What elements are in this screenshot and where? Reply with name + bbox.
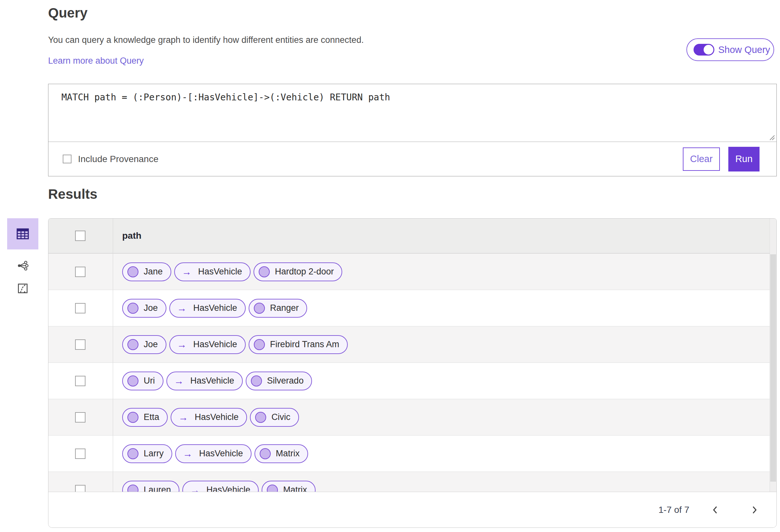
- node-icon: [128, 266, 139, 277]
- entity-pill-target[interactable]: Civic: [250, 408, 299, 427]
- entity-pill-source[interactable]: Uri: [122, 372, 163, 390]
- chevron-right-icon: [749, 505, 759, 515]
- row-checkbox[interactable]: [75, 448, 86, 459]
- relationship-pill[interactable]: → HasVehicle: [170, 408, 247, 427]
- path-cell: Etta → HasVehicle Civic: [113, 399, 776, 435]
- learn-more-link[interactable]: Learn more about Query: [48, 56, 144, 66]
- entity-pill-source[interactable]: Larry: [122, 444, 172, 463]
- table-scrollbar[interactable]: [770, 219, 776, 492]
- entity-pill-target[interactable]: Ranger: [249, 299, 307, 318]
- entity-pill-source[interactable]: Lauren: [122, 481, 180, 492]
- node-icon: [128, 412, 139, 423]
- relationship-label: HasVehicle: [195, 412, 239, 422]
- table-row[interactable]: Larry → HasVehicle Matrix: [48, 435, 776, 472]
- prev-page-button[interactable]: [702, 500, 728, 520]
- path-cell: Jane → HasVehicle Hardtop 2-door: [113, 254, 776, 290]
- path-cell: Joe → HasVehicle Firebird Trans Am: [113, 326, 776, 363]
- query-editor-input[interactable]: MATCH path = (:Person)-[:HasVehicle]->(:…: [48, 84, 776, 142]
- table-row[interactable]: Etta → HasVehicle Civic: [48, 399, 776, 435]
- row-select-cell: [48, 254, 113, 290]
- relationship-label: HasVehicle: [199, 448, 243, 459]
- node-icon: [254, 339, 265, 350]
- include-provenance-label: Include Provenance: [78, 154, 159, 164]
- table-footer: 1-7 of 7: [48, 492, 776, 527]
- entity-pill-source[interactable]: Etta: [122, 408, 168, 427]
- query-page: Query You can query a knowledge graph to…: [0, 0, 780, 532]
- toggle-switch-icon[interactable]: [693, 44, 714, 56]
- path-cell: Larry → HasVehicle Matrix: [113, 435, 776, 472]
- arrow-right-icon: →: [174, 376, 184, 386]
- row-select-cell: [48, 290, 113, 326]
- run-button[interactable]: Run: [728, 147, 760, 171]
- entity-label: Matrix: [276, 448, 300, 459]
- node-icon: [128, 485, 139, 492]
- node-icon: [251, 375, 262, 386]
- relationship-pill[interactable]: → HasVehicle: [169, 299, 246, 318]
- entity-pill-target[interactable]: Hardtop 2-door: [253, 262, 343, 281]
- table-row[interactable]: Lauren → HasVehicle Matrix: [48, 472, 776, 492]
- table-row[interactable]: Joe → HasVehicle Firebird Trans Am: [48, 326, 776, 363]
- table-row[interactable]: Jane → HasVehicle Hardtop 2-door: [48, 254, 776, 290]
- node-icon: [254, 303, 265, 314]
- scrollbar-thumb[interactable]: [770, 254, 776, 482]
- entity-pill-target[interactable]: Silverado: [246, 372, 312, 390]
- entity-pill-source[interactable]: Joe: [122, 335, 166, 354]
- node-icon: [255, 412, 266, 423]
- link-chart-view-button[interactable]: [7, 259, 38, 272]
- table-row[interactable]: Joe → HasVehicle Ranger: [48, 290, 776, 326]
- results-title: Results: [48, 187, 97, 202]
- entity-label: Uri: [144, 376, 155, 386]
- entity-label: Joe: [144, 303, 158, 313]
- row-select-cell: [48, 435, 113, 472]
- entity-pill-source[interactable]: Joe: [122, 299, 166, 318]
- relationship-pill[interactable]: → HasVehicle: [182, 481, 259, 492]
- table-view-button[interactable]: [7, 218, 38, 250]
- node-icon: [128, 339, 139, 350]
- relationship-label: HasVehicle: [193, 339, 237, 350]
- row-checkbox[interactable]: [75, 376, 86, 386]
- relationship-pill[interactable]: → HasVehicle: [174, 262, 251, 281]
- link-chart-icon: [16, 259, 29, 272]
- entity-pill-source[interactable]: Jane: [122, 262, 171, 281]
- arrow-right-icon: →: [177, 303, 187, 313]
- relationship-label: HasVehicle: [206, 485, 250, 492]
- relationship-pill[interactable]: → HasVehicle: [166, 372, 243, 390]
- entity-pill-target[interactable]: Firebird Trans Am: [249, 335, 348, 354]
- show-query-toggle[interactable]: Show Query: [686, 38, 774, 61]
- table-body: Jane → HasVehicle Hardtop 2-door Joe → H…: [48, 254, 776, 492]
- entity-pill-target[interactable]: Matrix: [254, 444, 308, 463]
- row-select-cell: [48, 363, 113, 399]
- relationship-pill[interactable]: → HasVehicle: [169, 335, 246, 354]
- entity-label: Civic: [272, 412, 291, 422]
- row-checkbox[interactable]: [75, 485, 86, 492]
- view-switcher: [7, 218, 38, 295]
- entity-label: Larry: [144, 448, 164, 459]
- row-checkbox[interactable]: [75, 339, 86, 350]
- include-provenance-checkbox[interactable]: [63, 155, 71, 163]
- row-checkbox[interactable]: [75, 412, 86, 423]
- toggle-knob: [703, 45, 713, 55]
- map-view-button[interactable]: [7, 282, 38, 295]
- entity-label: Firebird Trans Am: [270, 339, 339, 350]
- relationship-pill[interactable]: → HasVehicle: [175, 444, 251, 463]
- arrow-right-icon: →: [179, 413, 188, 422]
- query-description: You can query a knowledge graph to ident…: [48, 35, 364, 45]
- select-all-checkbox[interactable]: [75, 230, 86, 241]
- chevron-left-icon: [711, 505, 720, 515]
- table-row[interactable]: Uri → HasVehicle Silverado: [48, 363, 776, 399]
- clear-button[interactable]: Clear: [683, 148, 720, 171]
- entity-label: Silverado: [267, 376, 304, 386]
- relationship-label: HasVehicle: [198, 267, 242, 277]
- node-icon: [260, 448, 271, 459]
- path-cell: Joe → HasVehicle Ranger: [113, 290, 776, 326]
- next-page-button[interactable]: [741, 500, 767, 520]
- table-scroll-area: path Jane → HasVehicle Hardtop 2-door: [48, 219, 776, 492]
- query-panel: MATCH path = (:Person)-[:HasVehicle]->(:…: [48, 84, 777, 176]
- row-checkbox[interactable]: [75, 267, 86, 277]
- path-cell: Uri → HasVehicle Silverado: [113, 363, 776, 399]
- table-view-icon: [15, 226, 31, 242]
- entity-pill-target[interactable]: Matrix: [262, 481, 315, 492]
- relationship-label: HasVehicle: [190, 376, 234, 386]
- row-checkbox[interactable]: [75, 303, 86, 313]
- column-header-path: path: [113, 219, 776, 253]
